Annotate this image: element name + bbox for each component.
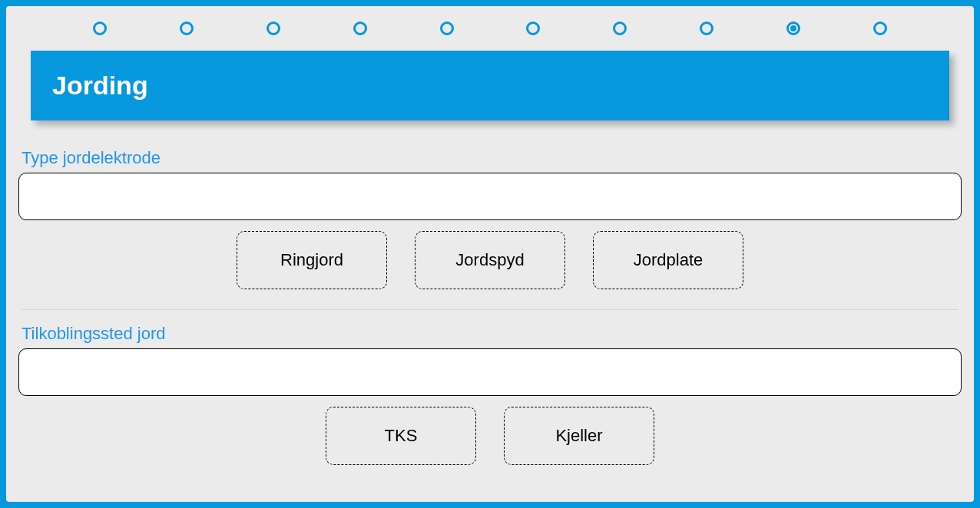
stepper (18, 21, 962, 51)
step-indicator-2[interactable] (180, 21, 194, 35)
divider (22, 309, 958, 310)
option-jordplate[interactable]: Jordplate (593, 231, 743, 289)
input-type-elektrode[interactable] (18, 173, 962, 220)
section-header: Jording (31, 51, 949, 120)
form-container: Jording Type jordelektrode Ringjord Jord… (6, 6, 974, 502)
field-label-type-elektrode: Type jordelektrode (18, 148, 962, 168)
step-indicator-4[interactable] (353, 21, 367, 35)
step-indicator-1[interactable] (93, 21, 107, 35)
step-indicator-6[interactable] (526, 21, 540, 35)
option-tks[interactable]: TKS (326, 407, 476, 465)
section-title: Jording (52, 71, 928, 101)
step-indicator-9[interactable] (786, 21, 800, 35)
field-label-tilkoblingssted: Tilkoblingssted jord (18, 324, 962, 344)
field-tilkoblingssted: Tilkoblingssted jord TKS Kjeller (18, 324, 962, 465)
option-kjeller[interactable]: Kjeller (504, 407, 654, 465)
step-indicator-5[interactable] (440, 21, 454, 35)
options-type-elektrode: Ringjord Jordspyd Jordplate (18, 231, 962, 289)
step-indicator-10[interactable] (873, 21, 887, 35)
step-indicator-8[interactable] (700, 21, 713, 35)
option-ringjord[interactable]: Ringjord (237, 231, 387, 289)
option-jordspyd[interactable]: Jordspyd (415, 231, 565, 289)
options-tilkoblingssted: TKS Kjeller (18, 407, 962, 465)
input-tilkoblingssted[interactable] (18, 348, 962, 396)
field-type-elektrode: Type jordelektrode Ringjord Jordspyd Jor… (18, 148, 962, 289)
step-indicator-7[interactable] (613, 21, 627, 35)
step-indicator-3[interactable] (267, 21, 280, 35)
